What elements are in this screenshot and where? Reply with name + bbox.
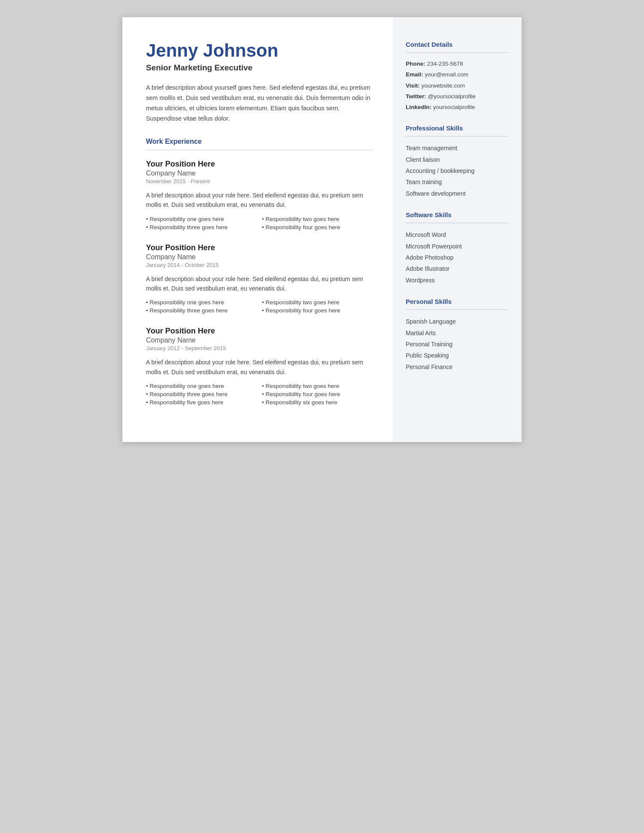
resume-page: Jenny Johnson Senior Marketing Executive… xyxy=(122,17,522,442)
skill-item: Adobe Illustrator xyxy=(406,264,509,273)
job-company: Company Name xyxy=(146,170,374,177)
candidate-name: Jenny Johnson xyxy=(146,41,374,61)
skill-item: Adobe Photoshop xyxy=(406,253,509,262)
responsibility-item: Responsibility three goes here xyxy=(146,307,258,314)
responsibility-item: Responsibility one goes here xyxy=(146,299,258,306)
skill-item: Accounting / bookkeeping xyxy=(406,166,509,176)
contact-item: Visit: yourwebsite.com xyxy=(406,82,509,90)
skill-item: Martial Arts xyxy=(406,328,509,338)
job-description: A brief description about your role here… xyxy=(146,357,374,377)
job-1: Your Position Here Company Name January … xyxy=(146,243,374,314)
personal-skills-section: Personal Skills Spanish LanguageMartial … xyxy=(406,298,509,372)
software-skills-items: Microsoft WordMicrosoft PowerpointAdobe … xyxy=(406,230,509,285)
skill-item: Wordpress xyxy=(406,276,509,285)
job-title: Your Position Here xyxy=(146,327,374,336)
job-company: Company Name xyxy=(146,336,374,344)
personal-skills-divider xyxy=(406,309,509,310)
responsibility-item: Responsibility two goes here xyxy=(262,383,374,389)
job-dates: January 2012 - September 2015 xyxy=(146,345,374,351)
work-experience-heading: Work Experience xyxy=(146,138,374,145)
contact-item: Phone: 234-235-5678 xyxy=(406,60,509,68)
responsibility-item: Responsibility four goes here xyxy=(262,307,374,314)
responsibility-item: Responsibility two goes here xyxy=(262,299,374,306)
responsibility-item: Responsibility six goes here xyxy=(262,399,374,406)
responsibility-item: Responsibility four goes here xyxy=(262,224,374,230)
skill-item: Spanish Language xyxy=(406,317,509,326)
skill-item: Client liaison xyxy=(406,155,509,164)
skill-item: Personal Training xyxy=(406,339,509,349)
responsibility-item: Responsibility three goes here xyxy=(146,391,258,397)
responsibility-item: Responsibility five goes here xyxy=(146,399,258,406)
job-0: Your Position Here Company Name November… xyxy=(146,160,374,230)
contact-item: Email: your@email.com xyxy=(406,70,509,79)
responsibility-item: Responsibility two goes here xyxy=(262,216,374,222)
software-skills-heading: Software Skills xyxy=(406,211,509,218)
candidate-bio: A brief description about yourself goes … xyxy=(146,83,374,124)
skill-item: Personal Finance xyxy=(406,362,509,372)
contact-heading: Contact Details xyxy=(406,41,509,48)
skill-item: Microsoft Powerpoint xyxy=(406,242,509,251)
contact-items: Phone: 234-235-5678Email: your@email.com… xyxy=(406,60,509,112)
contact-item: LinkedIn: yoursocialprofile xyxy=(406,103,509,112)
software-skills-section: Software Skills Microsoft WordMicrosoft … xyxy=(406,211,509,285)
software-skills-divider xyxy=(406,223,509,223)
job-dates: January 2014 - October 2015 xyxy=(146,262,374,268)
professional-skills-section: Professional Skills Team managementClien… xyxy=(406,124,509,198)
skill-item: Public Speaking xyxy=(406,351,509,360)
left-column: Jenny Johnson Senior Marketing Executive… xyxy=(122,17,393,442)
responsibility-item: Responsibility three goes here xyxy=(146,224,258,230)
candidate-title: Senior Marketing Executive xyxy=(146,63,374,73)
contact-section: Contact Details Phone: 234-235-5678Email… xyxy=(406,41,509,112)
contact-divider xyxy=(406,52,509,53)
job-company: Company Name xyxy=(146,253,374,261)
job-2: Your Position Here Company Name January … xyxy=(146,327,374,406)
job-title: Your Position Here xyxy=(146,160,374,169)
job-description: A brief description about your role here… xyxy=(146,191,374,210)
professional-skills-items: Team managementClient liaisonAccounting … xyxy=(406,143,509,198)
skill-item: Team training xyxy=(406,177,509,187)
job-dates: November 2015 - Present xyxy=(146,178,374,185)
personal-skills-heading: Personal Skills xyxy=(406,298,509,305)
responsibility-item: Responsibility one goes here xyxy=(146,216,258,222)
responsibility-item: Responsibility four goes here xyxy=(262,391,374,397)
job-title: Your Position Here xyxy=(146,243,374,252)
skill-item: Microsoft Word xyxy=(406,230,509,239)
skill-item: Team management xyxy=(406,143,509,153)
job-description: A brief description about your role here… xyxy=(146,274,374,294)
work-experience-divider xyxy=(146,150,374,150)
personal-skills-items: Spanish LanguageMartial ArtsPersonal Tra… xyxy=(406,317,509,372)
contact-item: Twitter: @yoursocialprofile xyxy=(406,92,509,101)
responsibility-item: Responsibility one goes here xyxy=(146,383,258,389)
professional-skills-heading: Professional Skills xyxy=(406,124,509,132)
professional-skills-divider xyxy=(406,136,509,136)
skill-item: Software development xyxy=(406,189,509,198)
right-column: Contact Details Phone: 234-235-5678Email… xyxy=(393,17,522,442)
jobs-container: Your Position Here Company Name November… xyxy=(146,160,374,406)
